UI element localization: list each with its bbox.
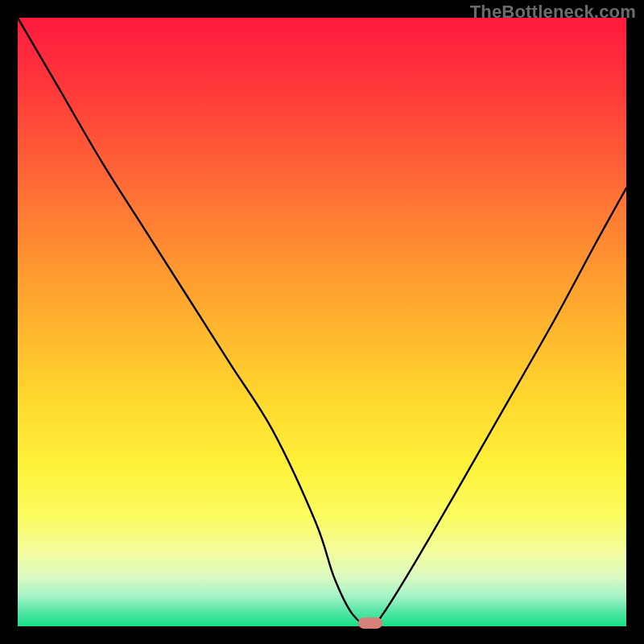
- watermark-text: TheBottleneck.com: [470, 2, 636, 23]
- chart-plot-area: [18, 18, 626, 626]
- bottleneck-curve: [18, 18, 626, 626]
- curve-path: [18, 18, 626, 626]
- chart-frame: TheBottleneck.com: [0, 0, 644, 644]
- optimal-marker: [358, 617, 382, 629]
